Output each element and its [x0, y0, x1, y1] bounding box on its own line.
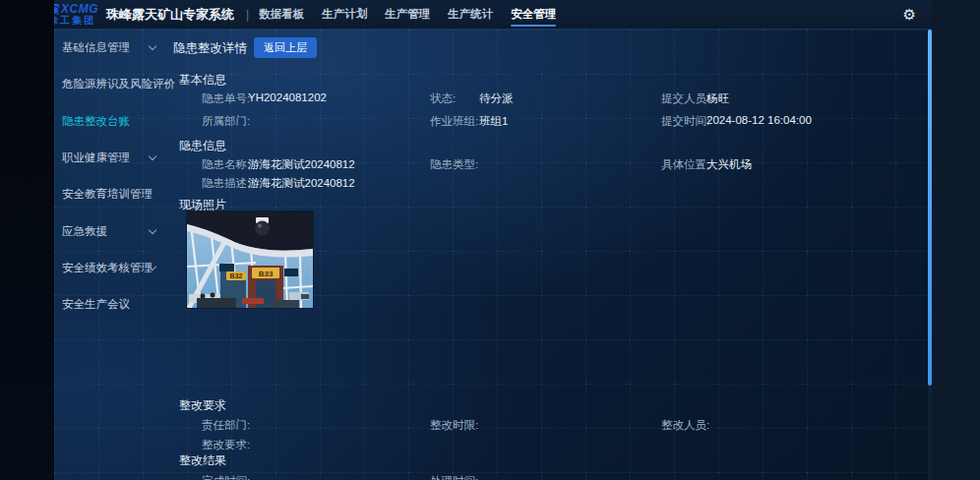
info-row: 整改要求:	[54, 438, 932, 453]
xcmg-logo: XCMG 徐工集团	[54, 3, 98, 26]
field-label-submit-time: 提交时间:	[661, 114, 709, 129]
field-label-work-team: 作业班组:	[430, 114, 478, 129]
field-label-handle-time: 处理时间:	[430, 474, 478, 480]
field-label-req-text: 整改要求:	[202, 438, 250, 452]
info-row: 完成时间: 处理时间:	[54, 474, 932, 480]
scrollbar-thumb[interactable]	[928, 30, 932, 386]
chevron-down-icon	[149, 42, 156, 50]
field-label-finish-time: 完成时间:	[202, 474, 250, 480]
field-label-submitter: 提交人员:	[661, 91, 709, 106]
section-title-danger-info: 隐患信息	[179, 138, 226, 154]
photo-camera-highlight	[258, 224, 262, 228]
sidebar-item-label: 基础信息管理	[62, 40, 130, 55]
sidebar-item-emergency-rescue[interactable]: 应急救援	[54, 212, 170, 249]
site-photo-thumbnail[interactable]: B32 B33	[187, 211, 313, 308]
field-value-danger-no: YH2024081202	[248, 91, 327, 103]
field-value-danger-name: 游海花测试20240812	[248, 157, 355, 172]
field-value-work-team: 班组1	[479, 114, 508, 129]
photo-silhouettes	[197, 298, 236, 308]
field-label-rectifier: 整改人员:	[661, 418, 709, 433]
sidebar-item-safety-meeting[interactable]: 安全生产会议	[54, 286, 170, 323]
field-value-status: 待分派	[479, 91, 514, 106]
photo-display-screen	[219, 264, 234, 271]
field-label-deadline: 整改时限:	[430, 418, 478, 433]
photo-gate-sign-b33-text: B33	[259, 270, 274, 278]
field-value-location: 大兴机场	[706, 157, 752, 172]
nav-item-dashboard[interactable]: 数据看板	[259, 0, 304, 29]
chevron-down-icon	[149, 225, 156, 233]
app-title: 珠峰露天矿山专家系统	[106, 6, 234, 24]
nav-item-safety-mgmt[interactable]: 安全管理	[511, 0, 556, 29]
nav-item-production-plan[interactable]: 生产计划	[322, 0, 367, 29]
photo-barrier	[242, 298, 264, 304]
sidebar-item-safety-performance[interactable]: 安全绩效考核管理	[54, 250, 170, 286]
gear-icon[interactable]: ⚙	[903, 6, 916, 24]
app-window: XCMG 徐工集团 珠峰露天矿山专家系统 | 数据看板 生产计划 生产管理 生产…	[54, 0, 932, 480]
field-value-submit-time: 2024-08-12 16:04:00	[706, 114, 812, 126]
page-title: 隐患整改详情	[173, 40, 247, 57]
title-separator: |	[246, 8, 249, 22]
sidebar-item-basic-info[interactable]: 基础信息管理	[54, 30, 170, 66]
field-label-location: 具体位置:	[661, 157, 709, 172]
sidebar-item-label: 安全生产会议	[62, 297, 130, 312]
nav-item-production-stats[interactable]: 生产统计	[448, 0, 493, 29]
main-area: 基础信息管理 危险源辨识及风险评价 隐患整改台账 职业健康管理 安全教育培训管理…	[54, 30, 932, 480]
main-nav: 数据看板 生产计划 生产管理 生产统计 安全管理	[259, 0, 556, 29]
field-label-department: 所属部门:	[202, 114, 250, 129]
section-title-rectification-req: 整改要求	[179, 397, 226, 414]
logo-text: XCMG	[61, 3, 98, 15]
photo-gate-sign-b32-text: B32	[230, 272, 243, 279]
page-left-margin	[0, 0, 54, 480]
info-row: 所属部门: 作业班组: 班组1 提交时间: 2024-08-12 16:04:0…	[54, 114, 932, 130]
field-label-danger-no: 隐患单号:	[202, 91, 250, 106]
field-value-danger-desc: 游海花测试20240812	[248, 176, 355, 191]
field-label-danger-name: 隐患名称:	[202, 157, 250, 172]
field-label-status: 状态:	[430, 91, 456, 106]
field-value-submitter: 杨旺	[706, 91, 729, 106]
sidebar-item-label: 安全绩效考核管理	[62, 261, 153, 275]
photo-vehicle	[301, 294, 309, 299]
xcmg-logo-icon	[54, 4, 59, 15]
photo-camera-dome	[255, 221, 270, 236]
section-title-rectification-result: 整改结果	[179, 452, 226, 469]
photo-floor	[270, 300, 299, 308]
top-navbar: XCMG 徐工集团 珠峰露天矿山专家系统 | 数据看板 生产计划 生产管理 生产…	[54, 0, 932, 30]
back-button[interactable]: 返回上层	[254, 37, 317, 58]
info-row: 隐患名称: 游海花测试20240812 隐患类型: 具体位置: 大兴机场	[54, 157, 932, 173]
photo-person	[201, 294, 206, 299]
logo-subtext: 徐工集团	[54, 16, 98, 26]
photo-person	[211, 293, 215, 298]
info-row: 责任部门: 整改时限: 整改人员:	[54, 418, 932, 434]
field-label-danger-type: 隐患类型:	[430, 157, 478, 172]
info-row: 隐患描述: 游海花测试20240812	[54, 176, 932, 192]
info-row: 隐患单号: YH2024081202 状态: 待分派 提交人员: 杨旺	[54, 91, 932, 107]
photo-display-screen-right	[284, 269, 298, 276]
sidebar-item-label: 应急救援	[62, 224, 107, 239]
section-title-basic-info: 基本信息	[179, 72, 226, 89]
field-label-resp-dept: 责任部门:	[202, 418, 250, 433]
sidebar-item-label: 危险源辨识及风险评价	[62, 77, 175, 91]
field-label-danger-desc: 隐患描述:	[202, 176, 250, 191]
nav-item-production-mgmt[interactable]: 生产管理	[385, 0, 430, 29]
